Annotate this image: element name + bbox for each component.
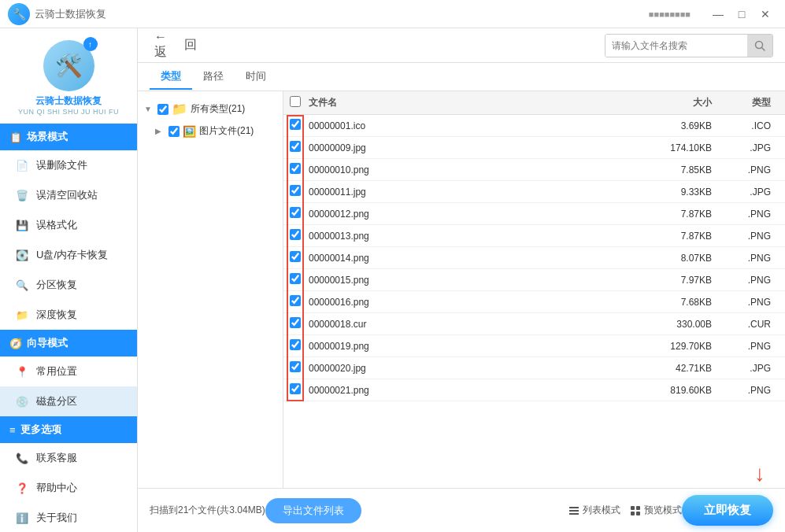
- common-icon: 📍: [14, 364, 30, 379]
- file-checkbox-5[interactable]: [290, 229, 301, 240]
- file-checkbox-7[interactable]: [290, 273, 301, 284]
- tree-images-toggle: ▶: [155, 127, 163, 135]
- select-all-checkbox[interactable]: [290, 96, 301, 107]
- about-icon: ℹ️: [14, 510, 30, 526]
- file-checkbox-0[interactable]: [290, 119, 301, 130]
- close-button[interactable]: ✕: [754, 5, 777, 24]
- file-type-5: .PNG: [724, 231, 779, 242]
- sidebar-item-format[interactable]: 💾 误格式化: [0, 210, 137, 240]
- file-type-3: .JPG: [724, 187, 779, 198]
- tab-time[interactable]: 时间: [235, 65, 277, 90]
- main-layout: 🛠️ ↑ 云骑士数据恢复 YUN QI SHI SHU JU HUI FU 📋 …: [0, 28, 785, 532]
- sidebar-item-error-delete[interactable]: 📄 误删除文件: [0, 150, 137, 180]
- file-type-6: .PNG: [724, 253, 779, 264]
- recover-button[interactable]: 立即恢复: [682, 495, 773, 526]
- tree-root-checkbox[interactable]: [157, 104, 168, 115]
- sidebar-item-partition[interactable]: 🔍 分区恢复: [0, 270, 137, 300]
- file-size-12: 819.60KB: [645, 385, 724, 396]
- file-checkbox-11[interactable]: [290, 361, 301, 372]
- file-name-1: 00000009.jpg: [309, 142, 645, 153]
- bottom-bar: 扫描到21个文件(共3.04MB) 导出文件列表 列表模式: [138, 488, 785, 532]
- file-checkbox-1[interactable]: [290, 141, 301, 152]
- header-name: 文件名: [309, 96, 645, 109]
- sidebar-item-udisk[interactable]: 💽 U盘/内存卡恢复: [0, 240, 137, 270]
- file-rows-container: 00000001.ico 3.69KB .ICO 00000009.jpg 17…: [283, 115, 785, 401]
- file-size-11: 42.71KB: [645, 363, 724, 374]
- sidebar-item-contact[interactable]: 📞 联系客服: [0, 443, 137, 473]
- header-size: 大小: [645, 96, 724, 109]
- file-row: 00000010.png 7.85KB .PNG: [283, 159, 785, 181]
- file-name-11: 00000020.jpg: [309, 363, 645, 374]
- sidebar-item-disk[interactable]: 💿 磁盘分区: [0, 386, 137, 416]
- tree-root[interactable]: ▼ 📁 所有类型(21): [138, 98, 283, 120]
- svg-rect-5: [631, 506, 635, 510]
- file-size-6: 8.07KB: [645, 253, 724, 264]
- svg-rect-2: [569, 507, 579, 508]
- search-box: [605, 34, 773, 57]
- sidebar-item-deep[interactable]: 📁 深度恢复: [0, 300, 137, 330]
- sidebar-item-recycle[interactable]: 🗑️ 误清空回收站: [0, 180, 137, 210]
- file-checkbox-2[interactable]: [290, 163, 301, 174]
- scan-info: 扫描到21个文件(共3.04MB): [150, 504, 265, 517]
- file-size-3: 9.33KB: [645, 187, 724, 198]
- tree-images-label: 图片文件(21): [199, 124, 254, 138]
- tab-type[interactable]: 类型: [150, 65, 192, 90]
- svg-line-1: [762, 47, 765, 50]
- minimize-button[interactable]: —: [706, 5, 730, 24]
- guide-mode-icon: 🧭: [9, 338, 22, 349]
- file-row: 00000013.png 7.87KB .PNG: [283, 225, 785, 247]
- file-checkbox-10[interactable]: [290, 339, 301, 350]
- file-type-12: .PNG: [724, 385, 779, 396]
- file-type-2: .PNG: [724, 164, 779, 175]
- error-delete-icon: 📄: [14, 157, 30, 173]
- right-controls: 列表模式 预览模式: [568, 504, 682, 517]
- file-checkbox-8[interactable]: [290, 295, 301, 306]
- list-view-btn[interactable]: 列表模式: [568, 504, 620, 517]
- tree-images[interactable]: ▶ 🖼️ 图片文件(21): [138, 120, 283, 142]
- logo-icon: 🛠️ ↑: [43, 40, 94, 91]
- file-checkbox-3[interactable]: [290, 185, 301, 196]
- file-name-9: 00000018.cur: [309, 319, 645, 330]
- app-title: 云骑士数据恢复: [35, 7, 649, 21]
- search-input[interactable]: [605, 35, 747, 57]
- export-button[interactable]: 导出文件列表: [265, 498, 361, 523]
- forward-button[interactable]: 回: [180, 35, 202, 57]
- sidebar-item-about[interactable]: ℹ️ 关于我们: [0, 503, 137, 532]
- svg-rect-6: [636, 506, 640, 510]
- udisk-icon: 💽: [14, 247, 30, 263]
- file-checkbox-9[interactable]: [290, 317, 301, 328]
- recover-arrow: ↓: [754, 463, 765, 485]
- file-name-10: 00000019.png: [309, 341, 645, 352]
- file-list-header: 文件名 大小 类型: [283, 91, 785, 115]
- file-size-10: 129.70KB: [645, 341, 724, 352]
- preview-view-btn[interactable]: 预览模式: [630, 504, 682, 517]
- svg-rect-3: [569, 510, 579, 512]
- file-size-9: 330.00B: [645, 319, 724, 330]
- file-name-7: 00000015.png: [309, 275, 645, 286]
- partition-icon: 🔍: [14, 277, 30, 293]
- sidebar: 🛠️ ↑ 云骑士数据恢复 YUN QI SHI SHU JU HUI FU 📋 …: [0, 28, 138, 532]
- maximize-button[interactable]: □: [730, 5, 754, 24]
- search-icon: [754, 40, 765, 51]
- preview-view-label: 预览模式: [644, 504, 682, 517]
- sidebar-item-common[interactable]: 📍 常用位置: [0, 357, 137, 386]
- preview-view-icon: [630, 505, 641, 516]
- file-checkbox-4[interactable]: [290, 207, 301, 218]
- deep-icon: 📁: [14, 307, 30, 323]
- file-type-9: .CUR: [724, 319, 779, 330]
- recycle-icon: 🗑️: [14, 187, 30, 203]
- file-checkbox-6[interactable]: [290, 251, 301, 262]
- sidebar-item-help[interactable]: ❓ 帮助中心: [0, 473, 137, 503]
- more-options-header: ≡ 更多选项: [0, 416, 137, 443]
- file-name-12: 00000021.png: [309, 385, 645, 396]
- guide-mode-header: 🧭 向导模式: [0, 330, 137, 357]
- tree-images-checkbox[interactable]: [168, 126, 180, 137]
- file-row: 00000019.png 129.70KB .PNG: [283, 335, 785, 357]
- search-button[interactable]: [747, 35, 772, 57]
- titlebar-id: ■■■■■■■■: [649, 9, 691, 19]
- more-options-icon: ≡: [9, 424, 16, 436]
- app-logo: 🔧: [8, 3, 30, 25]
- file-checkbox-12[interactable]: [290, 383, 301, 394]
- back-button[interactable]: ← 返: [150, 35, 172, 57]
- tab-path[interactable]: 路径: [192, 65, 235, 90]
